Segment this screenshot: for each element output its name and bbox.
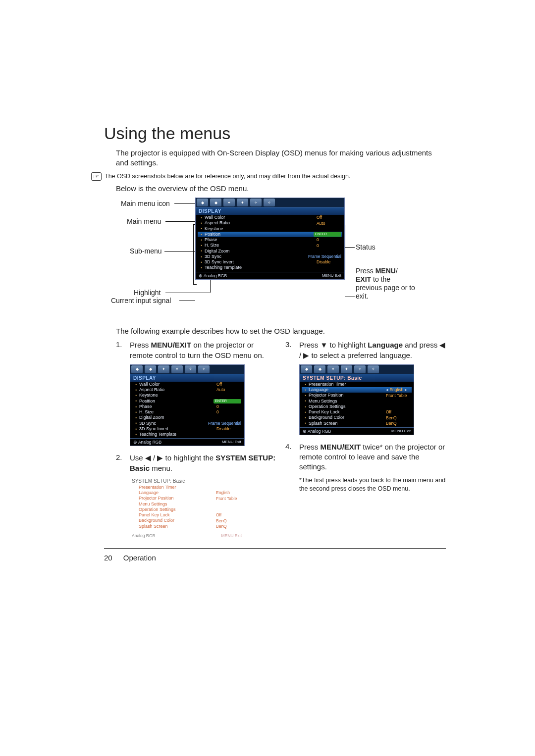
osd-row: ▪Digital Zoom <box>132 415 242 420</box>
osd-row: ▪Wall ColorOff <box>198 215 342 220</box>
down-icon: ▼ <box>321 341 328 349</box>
osd-row: ▪PositionENTER <box>198 232 342 237</box>
osd-row: ▪Menu Settings <box>132 502 242 507</box>
osd-row: ▪Phase0 <box>132 404 242 409</box>
overview-lead: Below is the overview of the OSD menu. <box>116 184 446 194</box>
label-main-menu-icon: Main menu icon <box>121 200 170 207</box>
osd-row: ▪Projector PositionFront Table <box>302 393 412 398</box>
osd-row: ▪Background ColorBenQ <box>302 415 412 420</box>
section-name: Operation <box>123 554 156 562</box>
osd-screenshot-step1: ◆◆✦✦✧✧ DISPLAY ▪Wall ColorOff▪Aspect Rat… <box>130 364 245 447</box>
note-icon: ☞ <box>91 172 102 181</box>
osd-row: ▪Menu Settings <box>302 399 412 404</box>
osd-row: ▪H. Size0 <box>198 243 342 248</box>
osd-row: ▪3D Sync InvertDisable <box>132 426 242 432</box>
osd-row: ▪Splash ScreenBenQ <box>132 524 242 529</box>
step-1: Press MENU/EXIT on the projector or remo… <box>130 340 276 360</box>
osd-tab-icon: ✦ <box>237 199 248 206</box>
osd-row: ▪Aspect RatioAuto <box>132 387 242 393</box>
osd-row: ▪Phase0 <box>198 237 342 243</box>
osd-tab-row: ◆ ◆ ✦ ✦ ✧ ✧ <box>196 198 344 207</box>
osd-overview-diagram: Main menu icon Main menu Sub-menu Highli… <box>116 198 446 321</box>
osd-row: ▪Wall ColorOff <box>132 382 242 387</box>
osd-row: ▪Digital Zoom <box>198 249 342 254</box>
osd-screenshot-step3: ◆◆✦✦✧✧ SYSTEM SETUP: Basic ▪Presentation… <box>299 364 414 435</box>
osd-row: ▪Operation Settings <box>302 404 412 409</box>
osd-row: ▪LanguageEnglish <box>132 490 242 496</box>
osd-row: ▪Presentation Timer <box>302 382 412 387</box>
step-number: 4. <box>285 442 292 472</box>
step-2: Use ◀ / ▶ to highlight the SYSTEM SETUP:… <box>130 453 276 473</box>
label-main-menu: Main menu <box>127 217 161 225</box>
steps-columns: 1. Press MENU/EXIT on the projector or r… <box>116 340 446 539</box>
osd-row: ▪Splash ScreenBenQ <box>302 421 412 426</box>
left-right-icon: ◀ / ▶ <box>145 454 163 462</box>
osd-row: ▪Keystone <box>132 393 242 398</box>
intro-text: The projector is equipped with On-Screen… <box>116 148 446 168</box>
example-lead: The following example describes how to s… <box>116 326 446 336</box>
label-status: Status <box>356 243 375 251</box>
osd-row: ▪Projector PositionFront Table <box>132 496 242 501</box>
osd-row: ▪3D Sync InvertDisable <box>198 259 342 265</box>
osd-row: ▪3D SyncFrame Sequential <box>132 421 242 426</box>
page-heading: Using the menus <box>104 124 446 143</box>
osd-row: ▪PositionENTER <box>132 399 242 404</box>
osd-tab-icon: ◆ <box>197 199 208 206</box>
label-press-menu: Press MENU/ EXIT to the previous page or… <box>356 267 415 300</box>
osd-row: ▪Panel Key LockOff <box>132 512 242 518</box>
divider <box>104 548 446 549</box>
osd-tab-icon: ✧ <box>250 199 262 206</box>
osd-row: ▪Aspect RatioAuto <box>198 220 342 226</box>
step-4: Press MENU/EXIT twice* on the projector … <box>299 442 446 472</box>
osd-tab-icon: ◆ <box>210 199 221 206</box>
label-current-input: Current input signal <box>111 297 171 304</box>
osd-row: ▪Teaching Template <box>198 265 342 270</box>
osd-row: ▪Background ColorBenQ <box>132 518 242 523</box>
osd-row: ▪3D SyncFrame Sequential <box>198 254 342 259</box>
step-number: 2. <box>116 453 123 473</box>
label-highlight: Highlight <box>134 289 160 297</box>
osd-row: ▪Operation Settings <box>132 507 242 512</box>
step-3: Press ▼ to highlight Language and press … <box>299 340 446 360</box>
osd-row: ▪LanguageEnglish <box>302 387 412 393</box>
note-text: The OSD screenshots below are for refere… <box>105 172 350 180</box>
step-number: 1. <box>116 340 123 360</box>
step-number: 3. <box>285 340 292 360</box>
osd-tab-icon: ✧ <box>264 199 275 206</box>
osd-row: ▪Presentation Timer <box>132 485 242 490</box>
osd-row: ▪Keystone <box>198 226 342 232</box>
label-sub-menu: Sub-menu <box>130 247 162 255</box>
page-footer: 20 Operation <box>104 554 446 562</box>
osd-screenshot-main: ◆ ◆ ✦ ✦ ✧ ✧ DISPLAY ▪Wall ColorOff▪Aspec… <box>195 198 345 280</box>
osd-row: ▪H. Size0 <box>132 409 242 415</box>
footnote: *The first press leads you back to the m… <box>299 476 446 493</box>
osd-row: ▪Panel Key LockOff <box>302 409 412 415</box>
osd-title: DISPLAY <box>196 207 344 215</box>
page-number: 20 <box>104 554 112 562</box>
osd-screenshot-step2: SYSTEM SETUP: Basic ▪Presentation Timer▪… <box>130 477 244 539</box>
osd-tab-icon: ✦ <box>223 199 235 206</box>
osd-row: ▪Teaching Template <box>132 432 242 437</box>
osd-foot-right: MENU Exit <box>322 273 341 278</box>
osd-foot-left: ⊕ Analog RGB <box>199 273 227 278</box>
